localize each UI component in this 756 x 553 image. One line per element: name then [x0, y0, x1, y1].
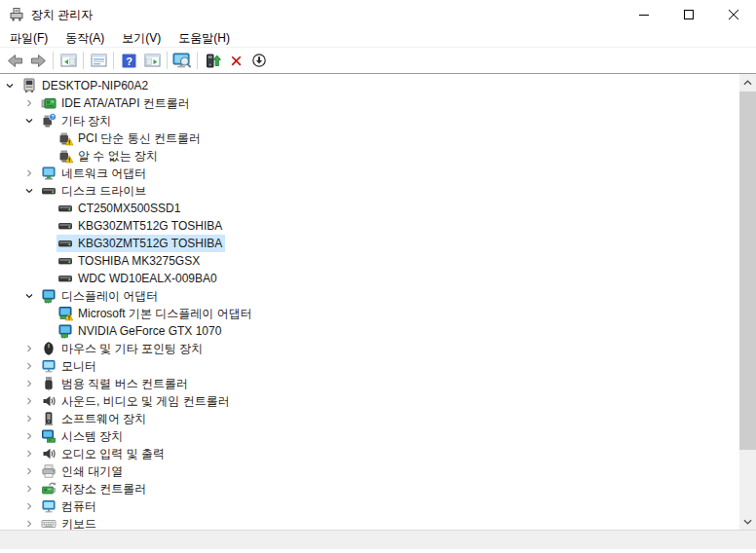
- tree-item[interactable]: 디스플레이 어댑터: [0, 287, 739, 305]
- tree-item-content[interactable]: ?기타 장치: [40, 112, 114, 129]
- tree-item[interactable]: 알 수 없는 장치: [0, 147, 739, 165]
- tree-item-content[interactable]: IDE ATA/ATAPI 컨트롤러: [40, 94, 193, 112]
- chevron-collapsed-icon[interactable]: [21, 166, 37, 181]
- tree-item[interactable]: 범용 직렬 버스 컨트롤러: [0, 375, 739, 392]
- tree-item-content[interactable]: 인쇄 대기열: [40, 462, 126, 480]
- tree-item[interactable]: 사운드, 비디오 및 게임 컨트롤러: [0, 392, 739, 410]
- tree-item[interactable]: 인쇄 대기열: [0, 462, 739, 480]
- chevron-collapsed-icon[interactable]: [21, 95, 37, 111]
- tree-item-content[interactable]: 컴퓨터: [40, 498, 99, 515]
- tree-item-content[interactable]: 디스크 드라이브: [40, 182, 149, 200]
- minimize-button[interactable]: [622, 0, 666, 29]
- tree-item[interactable]: 저장소 컨트롤러: [0, 480, 739, 498]
- back-button[interactable]: [3, 49, 26, 72]
- toolbar-separator: [197, 52, 198, 69]
- toolbar-separator: [83, 52, 84, 69]
- action-pane-button[interactable]: [140, 49, 164, 72]
- maximize-button[interactable]: [666, 0, 711, 29]
- scan-hardware-changes-button[interactable]: [170, 49, 194, 72]
- tree-item-content[interactable]: 디스플레이 어댑터: [40, 287, 161, 305]
- tree-item-content[interactable]: 소프트웨어 장치: [40, 410, 149, 427]
- chevron-collapsed-icon[interactable]: [21, 516, 37, 530]
- tree-item-content[interactable]: 네트워크 어댑터: [40, 165, 149, 182]
- tree-item-content[interactable]: PCI 단순 통신 컨트롤러: [57, 129, 204, 147]
- tree-item-content[interactable]: CT250MX500SSD1: [57, 200, 183, 217]
- tree-item-content[interactable]: NVIDIA GeForce GTX 1070: [57, 322, 224, 340]
- menu-view[interactable]: 보기(V): [113, 29, 170, 48]
- tree-item-content[interactable]: KBG30ZMT512G TOSHIBA: [57, 217, 225, 235]
- vertical-scrollbar[interactable]: [739, 74, 756, 530]
- menu-help[interactable]: 도움말(H): [170, 29, 239, 48]
- toolbar: ?: [0, 48, 756, 73]
- scroll-up-button[interactable]: [739, 74, 756, 91]
- action-pane-icon: [144, 53, 161, 68]
- chevron-collapsed-icon[interactable]: [21, 411, 37, 426]
- tree-item[interactable]: 키보드: [0, 515, 739, 530]
- menu-action[interactable]: 동작(A): [57, 29, 113, 48]
- tree-item[interactable]: IDE ATA/ATAPI 컨트롤러: [0, 94, 739, 112]
- chevron-expanded-icon[interactable]: [2, 78, 18, 93]
- tree-item-content[interactable]: 저장소 컨트롤러: [40, 480, 149, 498]
- tree-item-content-selected[interactable]: KBG30ZMT512G TOSHIBA: [57, 235, 225, 252]
- show-console-tree-button[interactable]: [57, 49, 80, 72]
- chevron-collapsed-icon[interactable]: [21, 393, 37, 409]
- chevron-collapsed-icon[interactable]: [21, 463, 37, 479]
- tree-item[interactable]: 네트워크 어댑터: [0, 165, 739, 182]
- chevron-collapsed-icon[interactable]: [21, 428, 37, 444]
- tree-item-content[interactable]: Microsoft 기본 디스플레이 어댑터: [57, 305, 255, 322]
- uninstall-device-button[interactable]: [224, 49, 247, 72]
- tree-item[interactable]: KBG30ZMT512G TOSHIBA: [0, 217, 739, 235]
- tree-item-content[interactable]: 모니터: [40, 357, 99, 375]
- tree-item-content[interactable]: 마우스 및 기타 포인팅 장치: [40, 340, 206, 357]
- tree-item[interactable]: 디스크 드라이브: [0, 182, 739, 200]
- tree-item[interactable]: 모니터: [0, 357, 739, 375]
- tree-item-content[interactable]: 키보드: [40, 515, 99, 530]
- tree-item[interactable]: WDC WD10EALX-009BA0: [0, 270, 739, 287]
- tree-item-content[interactable]: DESKTOP-NIP60A2: [20, 77, 151, 94]
- menu-file[interactable]: 파일(F): [1, 29, 57, 48]
- properties-button[interactable]: [87, 49, 110, 72]
- usb-icon: [41, 376, 57, 391]
- disable-device-button[interactable]: [247, 49, 271, 72]
- tree-item[interactable]: 시스템 장치: [0, 427, 739, 445]
- tree-item-content[interactable]: 시스템 장치: [40, 427, 126, 445]
- tree-item[interactable]: CT250MX500SSD1: [0, 200, 739, 217]
- tree-item[interactable]: 마우스 및 기타 포인팅 장치: [0, 340, 739, 357]
- tree-item-label: 사운드, 비디오 및 게임 컨트롤러: [61, 393, 230, 410]
- tree-item[interactable]: 소프트웨어 장치: [0, 410, 739, 427]
- tree-item[interactable]: KBG30ZMT512G TOSHIBA: [0, 235, 739, 252]
- close-button[interactable]: [711, 0, 756, 29]
- tree-item[interactable]: 오디오 입력 및 출력: [0, 445, 739, 462]
- tree-item[interactable]: DESKTOP-NIP60A2: [0, 77, 739, 94]
- menu-bar: 파일(F)동작(A)보기(V)도움말(H): [0, 29, 756, 48]
- tree-item[interactable]: NVIDIA GeForce GTX 1070: [0, 322, 739, 340]
- tree-item-content[interactable]: WDC WD10EALX-009BA0: [57, 270, 220, 287]
- help-button[interactable]: ?: [117, 49, 140, 72]
- chevron-collapsed-icon[interactable]: [21, 341, 37, 356]
- tree-item[interactable]: TOSHIBA MK3275GSX: [0, 252, 739, 270]
- forward-button[interactable]: [26, 49, 50, 72]
- tree-item-content[interactable]: 오디오 입력 및 출력: [40, 445, 168, 462]
- tree-item[interactable]: PCI 단순 통신 컨트롤러: [0, 129, 739, 147]
- chevron-collapsed-icon[interactable]: [21, 376, 37, 391]
- chevron-expanded-icon[interactable]: [21, 183, 37, 199]
- tree-item-label: 소프트웨어 장치: [61, 411, 146, 427]
- scrollbar-thumb[interactable]: [739, 92, 756, 450]
- chevron-expanded-icon[interactable]: [21, 288, 37, 304]
- tree-item[interactable]: ?기타 장치: [0, 112, 739, 129]
- chevron-expanded-icon[interactable]: [21, 113, 37, 129]
- tree-item[interactable]: 컴퓨터: [0, 498, 739, 515]
- chevron-collapsed-icon[interactable]: [21, 481, 37, 497]
- scroll-down-button[interactable]: [739, 513, 756, 530]
- chevron-collapsed-icon[interactable]: [21, 498, 37, 514]
- chevron-collapsed-icon[interactable]: [21, 358, 37, 374]
- tree-item[interactable]: Microsoft 기본 디스플레이 어댑터: [0, 305, 739, 322]
- tree-item-content[interactable]: 사운드, 비디오 및 게임 컨트롤러: [40, 392, 233, 410]
- tree-item-content[interactable]: TOSHIBA MK3275GSX: [57, 252, 203, 270]
- tree-item-label: KBG30ZMT512G TOSHIBA: [78, 219, 222, 233]
- tree-item-content[interactable]: 알 수 없는 장치: [57, 147, 161, 165]
- update-driver-button[interactable]: [201, 49, 224, 72]
- tree-item-content[interactable]: 범용 직렬 버스 컨트롤러: [40, 375, 191, 392]
- chevron-collapsed-icon[interactable]: [21, 446, 37, 461]
- tree-item-label: DESKTOP-NIP60A2: [42, 79, 148, 92]
